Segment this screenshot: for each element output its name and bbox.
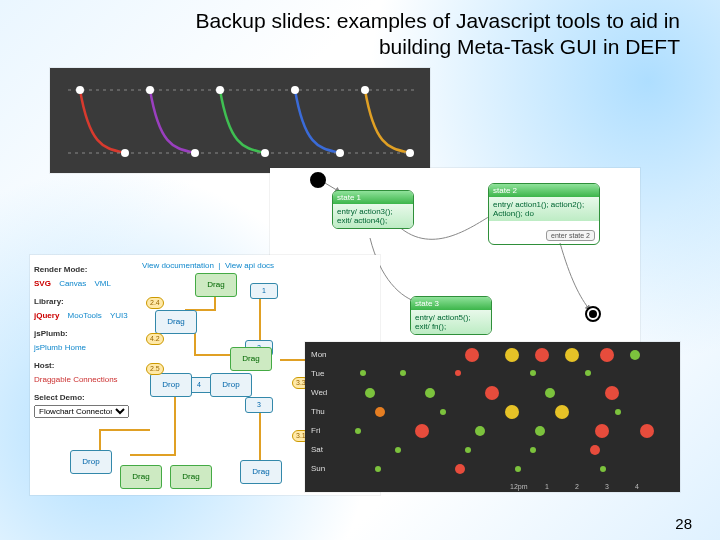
dotmatrix-panel: Mon Tue Wed Thu Fri Sat Sun [305, 342, 680, 492]
matrix-dot [505, 405, 519, 419]
edge-label: 4.2 [146, 333, 164, 345]
matrix-dot [585, 370, 591, 376]
edge-label: 2.5 [146, 363, 164, 375]
drag-box[interactable]: Drag [195, 273, 237, 297]
drag-box[interactable]: Drag [240, 460, 282, 484]
matrix-dot [415, 424, 429, 438]
matrix-dot [640, 424, 654, 438]
matrix-dot [455, 370, 461, 376]
x-tick: 4 [635, 483, 639, 490]
matrix-dot [555, 405, 569, 419]
state-body: entry/ action1(); action2(); Action(); d… [489, 197, 599, 221]
matrix-dot [590, 445, 600, 455]
matrix-dot [615, 409, 621, 415]
num-box[interactable]: 1 [250, 283, 278, 299]
day-label: Sun [311, 464, 325, 473]
matrix-dot [600, 466, 606, 472]
matrix-dot [605, 386, 619, 400]
matrix-dot [360, 370, 366, 376]
drop-box[interactable]: Drop [210, 373, 252, 397]
matrix-dot [505, 348, 519, 362]
state-name: state 3 [411, 297, 491, 310]
matrix-dot [600, 348, 614, 362]
drag-box[interactable]: Drag [120, 465, 162, 489]
state-name: state 2 [489, 184, 599, 197]
page-number: 28 [675, 515, 692, 532]
matrix-dot [425, 388, 435, 398]
state-box[interactable]: state 2 entry/ action1(); action2(); Act… [488, 183, 600, 245]
day-label: Thu [311, 407, 325, 416]
x-tick: 12pm [510, 483, 528, 490]
matrix-dot [535, 348, 549, 362]
enter-state-button[interactable]: enter state 2 [546, 230, 595, 241]
matrix-dot [530, 370, 536, 376]
day-label: Sat [311, 445, 323, 454]
matrix-dot [400, 370, 406, 376]
drag-box[interactable]: Drag [230, 347, 272, 371]
matrix-dot [565, 348, 579, 362]
day-label: Tue [311, 369, 325, 378]
drop-box[interactable]: Drop [70, 450, 112, 474]
drag-box[interactable]: Drag [170, 465, 212, 489]
drop-box[interactable]: Drop [150, 373, 192, 397]
num-box[interactable]: 3 [245, 397, 273, 413]
matrix-dot [530, 447, 536, 453]
matrix-dot [485, 386, 499, 400]
matrix-dot [545, 388, 555, 398]
day-label: Fri [311, 426, 320, 435]
x-tick: 2 [575, 483, 579, 490]
matrix-dot [395, 447, 401, 453]
state-body: entry/ action5(); exit/ fn(); [411, 310, 491, 334]
x-tick: 1 [545, 483, 549, 490]
initial-state-dot [310, 172, 326, 188]
matrix-dot [440, 409, 446, 415]
slide-title: Backup slides: examples of Javascript to… [120, 8, 680, 60]
matrix-dot [355, 428, 361, 434]
state-name: state 1 [333, 191, 413, 204]
matrix-dot [375, 407, 385, 417]
state-box[interactable]: state 1 entry/ action3(); exit/ action4(… [332, 190, 414, 229]
day-label: Wed [311, 388, 327, 397]
day-label: Mon [311, 350, 327, 359]
state-box[interactable]: state 3 entry/ action5(); exit/ fn(); [410, 296, 492, 335]
matrix-dot [375, 466, 381, 472]
curves-panel [50, 68, 430, 173]
x-tick: 3 [605, 483, 609, 490]
matrix-dot [455, 464, 465, 474]
edge-label: 2.4 [146, 297, 164, 309]
matrix-dot [465, 447, 471, 453]
final-state-dot [585, 306, 601, 322]
state-body: entry/ action3(); exit/ action4(); [333, 204, 413, 228]
drag-box[interactable]: Drag [155, 310, 197, 334]
matrix-dot [535, 426, 545, 436]
matrix-dot [475, 426, 485, 436]
matrix-dot [515, 466, 521, 472]
matrix-dot [630, 350, 640, 360]
matrix-dot [595, 424, 609, 438]
matrix-dot [465, 348, 479, 362]
matrix-dot [365, 388, 375, 398]
